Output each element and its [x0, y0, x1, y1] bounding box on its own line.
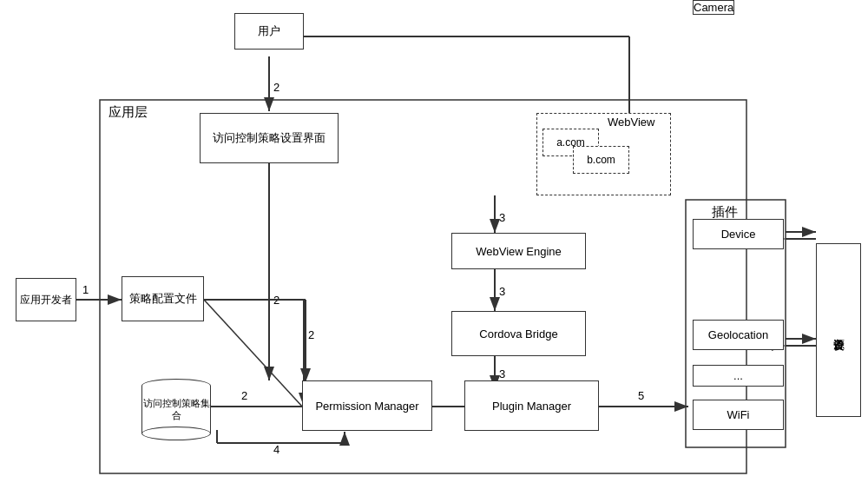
webview-engine-label: WebView Engine — [476, 245, 562, 258]
wifi-plugin-label: WiFi — [727, 408, 750, 421]
svg-line-14 — [204, 300, 304, 408]
wifi-plugin-box: WiFi — [693, 400, 784, 430]
svg-text:2: 2 — [273, 81, 279, 94]
app-layer-label: 应用层 — [108, 104, 148, 121]
b-com-label: b.com — [587, 154, 615, 166]
policy-db-cylinder: 访问控制策略集合 — [141, 372, 211, 447]
webview-text: WebView — [608, 116, 654, 129]
user-box: 用户 — [234, 13, 304, 50]
dots-plugin-box: ... — [693, 365, 784, 387]
user-label: 用户 — [258, 23, 280, 39]
permission-manager-label: Permission Manager — [315, 400, 418, 413]
app-developer-label: 应用开发者 — [20, 293, 72, 308]
svg-text:3: 3 — [499, 285, 505, 298]
dots-plugin-label: ... — [733, 369, 743, 382]
geolocation-plugin-label: Geolocation — [708, 328, 768, 341]
diagram-container: 2 2 1 2 2 --> Permission Manager --> 2 3… — [0, 0, 868, 496]
plugin-label-text: 插件 — [712, 204, 738, 219]
cordova-bridge-label: Cordova Bridge — [479, 327, 557, 341]
camera-plugin-label: Camera — [694, 1, 733, 14]
geolocation-plugin-box: Geolocation — [693, 320, 784, 350]
svg-text:2: 2 — [273, 294, 279, 307]
svg-text:4: 4 — [273, 443, 279, 456]
app-layer-text: 应用层 — [108, 104, 148, 119]
webview-engine-box: WebView Engine — [451, 233, 586, 269]
svg-text:3: 3 — [499, 367, 505, 380]
svg-text:2: 2 — [241, 389, 247, 402]
svg-text:1: 1 — [82, 283, 89, 296]
permission-manager-box: Permission Manager — [302, 380, 432, 431]
device-resource-box: 设备资源 — [816, 243, 861, 417]
app-developer-box: 应用开发者 — [16, 278, 76, 321]
policy-db-label: 访问控制策略集合 — [142, 397, 210, 422]
cylinder-bottom — [141, 427, 211, 440]
svg-text:3: 3 — [499, 211, 505, 224]
device-plugin-label: Device — [721, 228, 756, 241]
webview-label: WebView — [608, 116, 654, 129]
svg-text:5: 5 — [638, 389, 644, 402]
policy-file-box: 策略配置文件 — [122, 276, 204, 321]
device-plugin-box: Device — [693, 219, 784, 249]
access-control-ui-label: 访问控制策略设置界面 — [213, 130, 326, 146]
policy-file-label: 策略配置文件 — [129, 291, 197, 307]
plugin-manager-label: Plugin Manager — [492, 400, 571, 413]
svg-text:2: 2 — [308, 328, 314, 341]
cordova-bridge-box: Cordova Bridge — [451, 311, 586, 356]
camera-plugin-box: Camera — [693, 0, 734, 15]
b-com-box: b.com — [573, 146, 629, 174]
access-control-ui-box: 访问控制策略设置界面 — [200, 113, 339, 163]
plugin-manager-box: Plugin Manager — [464, 380, 599, 431]
